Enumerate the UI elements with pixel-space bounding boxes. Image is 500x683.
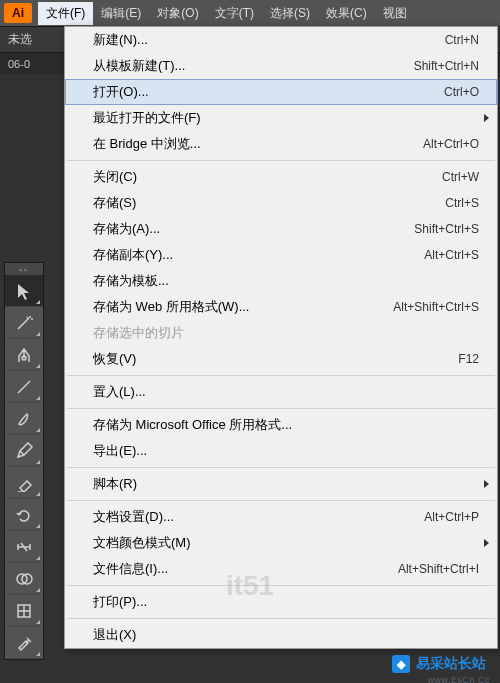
pen-icon[interactable] bbox=[5, 339, 43, 371]
menu-item-label: 存储为 Web 所用格式(W)... bbox=[93, 298, 393, 316]
rotate-icon[interactable] bbox=[5, 499, 43, 531]
paintbrush-icon[interactable] bbox=[5, 403, 43, 435]
menu-item-1[interactable]: 从模板新建(T)...Shift+Ctrl+N bbox=[65, 53, 497, 79]
menu-item-28[interactable]: 退出(X) bbox=[65, 622, 497, 648]
menu-5[interactable]: 效果(C) bbox=[318, 2, 375, 25]
menu-0[interactable]: 文件(F) bbox=[38, 2, 93, 25]
menu-item-label: 存储为 Microsoft Office 所用格式... bbox=[93, 416, 479, 434]
menu-item-23[interactable]: 文档颜色模式(M) bbox=[65, 530, 497, 556]
eyedropper-icon[interactable] bbox=[5, 627, 43, 659]
menu-item-15[interactable]: 置入(L)... bbox=[65, 379, 497, 405]
menu-item-label: 存储选中的切片 bbox=[93, 324, 479, 342]
watermark-brand: ◆ 易采站长站 bbox=[384, 651, 494, 677]
menu-item-3[interactable]: 最近打开的文件(F) bbox=[65, 105, 497, 131]
menu-item-label: 存储为(A)... bbox=[93, 220, 414, 238]
menu-item-2[interactable]: 打开(O)...Ctrl+O bbox=[65, 79, 497, 105]
menu-item-12: 存储选中的切片 bbox=[65, 320, 497, 346]
menu-item-24[interactable]: 文件信息(I)...Alt+Shift+Ctrl+I bbox=[65, 556, 497, 582]
menu-separator bbox=[67, 160, 495, 161]
submenu-arrow-icon bbox=[484, 539, 489, 547]
menu-3[interactable]: 文字(T) bbox=[207, 2, 262, 25]
watermark-logo-icon: ◆ bbox=[392, 655, 410, 673]
menu-item-label: 文档设置(D)... bbox=[93, 508, 424, 526]
menu-item-7[interactable]: 存储(S)Ctrl+S bbox=[65, 190, 497, 216]
menu-separator bbox=[67, 408, 495, 409]
menu-item-label: 新建(N)... bbox=[93, 31, 445, 49]
menu-item-26[interactable]: 打印(P)... bbox=[65, 589, 497, 615]
menu-1[interactable]: 编辑(E) bbox=[93, 2, 149, 25]
menu-item-label: 最近打开的文件(F) bbox=[93, 109, 479, 127]
menu-item-13[interactable]: 恢复(V)F12 bbox=[65, 346, 497, 372]
menu-item-label: 存储(S) bbox=[93, 194, 445, 212]
menu-4[interactable]: 选择(S) bbox=[262, 2, 318, 25]
menu-item-label: 脚本(R) bbox=[93, 475, 479, 493]
selection-icon[interactable] bbox=[5, 275, 43, 307]
menu-item-label: 从模板新建(T)... bbox=[93, 57, 414, 75]
toolbox: •• bbox=[4, 262, 44, 660]
menu-item-10[interactable]: 存储为模板... bbox=[65, 268, 497, 294]
menu-item-label: 打印(P)... bbox=[93, 593, 479, 611]
pencil-icon[interactable] bbox=[5, 435, 43, 467]
menu-item-22[interactable]: 文档设置(D)...Alt+Ctrl+P bbox=[65, 504, 497, 530]
menu-item-shortcut: Shift+Ctrl+N bbox=[414, 59, 479, 73]
menu-item-label: 关闭(C) bbox=[93, 168, 442, 186]
watermark-text: 易采站长站 bbox=[416, 655, 486, 673]
menu-2[interactable]: 对象(O) bbox=[149, 2, 206, 25]
file-menu-dropdown: 新建(N)...Ctrl+N从模板新建(T)...Shift+Ctrl+N打开(… bbox=[64, 26, 498, 649]
menu-item-label: 打开(O)... bbox=[93, 83, 444, 101]
menu-item-shortcut: Ctrl+N bbox=[445, 33, 479, 47]
menu-separator bbox=[67, 467, 495, 468]
document-tab-label: 06-0 bbox=[8, 58, 30, 70]
line-icon[interactable] bbox=[5, 371, 43, 403]
menu-item-shortcut: Ctrl+W bbox=[442, 170, 479, 184]
menu-separator bbox=[67, 500, 495, 501]
menu-item-11[interactable]: 存储为 Web 所用格式(W)...Alt+Shift+Ctrl+S bbox=[65, 294, 497, 320]
menu-separator bbox=[67, 375, 495, 376]
width-icon[interactable] bbox=[5, 531, 43, 563]
menu-item-label: 文档颜色模式(M) bbox=[93, 534, 479, 552]
menu-item-shortcut: Alt+Ctrl+O bbox=[423, 137, 479, 151]
menu-separator bbox=[67, 585, 495, 586]
menu-item-label: 恢复(V) bbox=[93, 350, 458, 368]
submenu-arrow-icon bbox=[484, 114, 489, 122]
menu-item-label: 导出(E)... bbox=[93, 442, 479, 460]
menu-item-17[interactable]: 存储为 Microsoft Office 所用格式... bbox=[65, 412, 497, 438]
menu-item-20[interactable]: 脚本(R) bbox=[65, 471, 497, 497]
menu-item-label: 退出(X) bbox=[93, 626, 479, 644]
menu-item-6[interactable]: 关闭(C)Ctrl+W bbox=[65, 164, 497, 190]
menu-item-9[interactable]: 存储副本(Y)...Alt+Ctrl+S bbox=[65, 242, 497, 268]
menu-item-shortcut: F12 bbox=[458, 352, 479, 366]
menu-item-0[interactable]: 新建(N)...Ctrl+N bbox=[65, 27, 497, 53]
menubar: Ai 文件(F)编辑(E)对象(O)文字(T)选择(S)效果(C)视图 bbox=[0, 0, 500, 26]
menu-item-shortcut: Alt+Shift+Ctrl+I bbox=[398, 562, 479, 576]
menu-item-shortcut: Alt+Shift+Ctrl+S bbox=[393, 300, 479, 314]
magic-wand-icon[interactable] bbox=[5, 307, 43, 339]
menu-item-label: 置入(L)... bbox=[93, 383, 479, 401]
menu-item-4[interactable]: 在 Bridge 中浏览...Alt+Ctrl+O bbox=[65, 131, 497, 157]
menu-item-label: 在 Bridge 中浏览... bbox=[93, 135, 423, 153]
toolbox-grip[interactable]: •• bbox=[5, 263, 43, 275]
menu-item-shortcut: Shift+Ctrl+S bbox=[414, 222, 479, 236]
menu-item-label: 存储为模板... bbox=[93, 272, 479, 290]
submenu-arrow-icon bbox=[484, 480, 489, 488]
menu-item-label: 存储副本(Y)... bbox=[93, 246, 424, 264]
mesh-icon[interactable] bbox=[5, 595, 43, 627]
menu-item-8[interactable]: 存储为(A)...Shift+Ctrl+S bbox=[65, 216, 497, 242]
menu-item-shortcut: Alt+Ctrl+P bbox=[424, 510, 479, 524]
menu-6[interactable]: 视图 bbox=[375, 2, 415, 25]
menu-separator bbox=[67, 618, 495, 619]
menu-item-shortcut: Ctrl+O bbox=[444, 85, 479, 99]
menu-item-shortcut: Alt+Ctrl+S bbox=[424, 248, 479, 262]
menu-item-shortcut: Ctrl+S bbox=[445, 196, 479, 210]
control-bar-label: 未选 bbox=[8, 31, 32, 48]
shape-builder-icon[interactable] bbox=[5, 563, 43, 595]
app-logo: Ai bbox=[4, 3, 32, 23]
menu-item-label: 文件信息(I)... bbox=[93, 560, 398, 578]
eraser-icon[interactable] bbox=[5, 467, 43, 499]
menu-item-18[interactable]: 导出(E)... bbox=[65, 438, 497, 464]
